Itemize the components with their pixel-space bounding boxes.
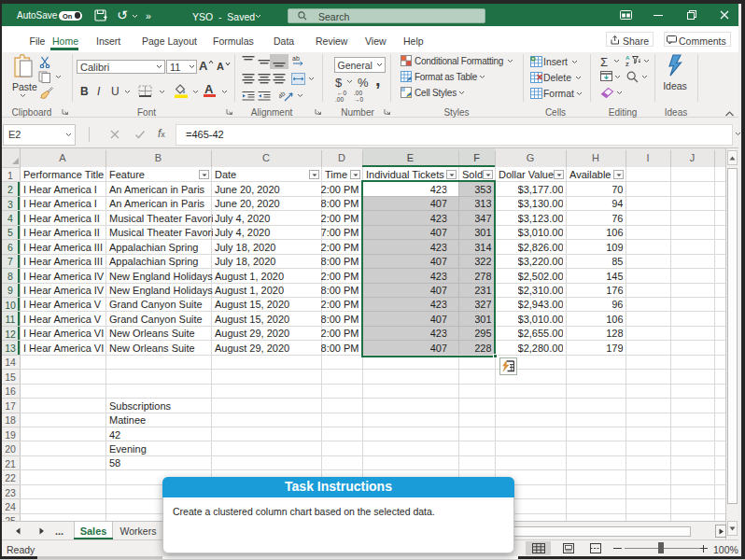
svg-text:→0: →0 <box>354 96 364 103</box>
svg-text:ab: ab <box>279 90 287 99</box>
svg-text:ab: ab <box>292 55 300 62</box>
svg-text:Z: Z <box>626 62 629 67</box>
svg-text:A: A <box>626 55 630 61</box>
svg-text:.00: .00 <box>335 96 344 103</box>
